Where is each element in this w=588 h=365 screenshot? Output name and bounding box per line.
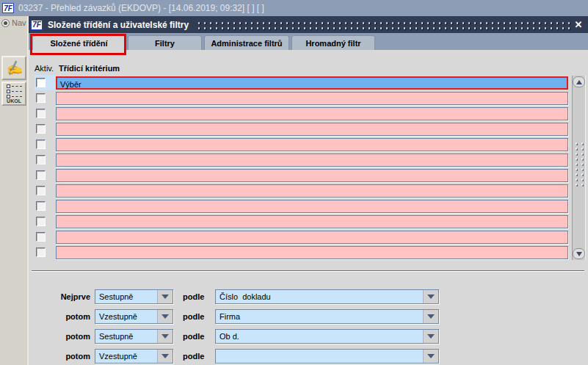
sort-order-value: Vzestupně — [95, 350, 157, 363]
sort-row-label: potom — [29, 312, 95, 321]
criteria-row — [35, 245, 568, 260]
sort-order-select[interactable]: Vzestupně — [95, 349, 173, 364]
sort-order-select[interactable]: Vzestupně — [95, 309, 173, 324]
dropdown-button[interactable] — [157, 310, 173, 323]
criteria-checkbox[interactable] — [36, 124, 46, 134]
podle-label: podle — [183, 292, 212, 301]
dialog-content: Aktiv. Třídicí kritérium Výběr — [29, 50, 588, 365]
navigator-radio-row[interactable]: Nav — [0, 16, 27, 29]
sort-row-label: potom — [29, 332, 95, 341]
criteria-row — [35, 198, 568, 214]
tab-slozene-trideni[interactable]: Složené třídění — [32, 35, 126, 50]
criteria-field[interactable] — [56, 123, 568, 136]
criteria-row — [35, 183, 568, 198]
sort-field-select[interactable] — [215, 349, 439, 364]
criteria-field[interactable] — [56, 215, 568, 228]
sort-field-value: Firma — [216, 310, 423, 323]
criteria-row — [35, 214, 568, 229]
criteria-checkbox[interactable] — [36, 93, 46, 103]
tasks-button[interactable]: ÚKOL — [1, 82, 26, 106]
chevron-down-icon — [161, 354, 169, 358]
dialog-title: Složené třídění a uživatelské filtry — [48, 20, 189, 30]
tab-bar: Složené třídění Filtry Administrace filt… — [29, 33, 588, 50]
chevron-down-icon — [427, 334, 435, 339]
dialog-titlebar: 7F Složené třídění a uživatelské filtry … — [29, 16, 588, 33]
sort-field-value: Ob d. — [216, 330, 423, 343]
criteria-field[interactable] — [56, 231, 568, 244]
dropdown-button[interactable] — [423, 330, 438, 343]
criteria-field[interactable] — [56, 184, 568, 198]
sort-row-3: potom Sestupně podle Ob d. — [29, 328, 588, 344]
tab-administrace-filtru[interactable]: Administrace filtrů — [204, 35, 289, 50]
sort-row-label: Nejprve — [29, 292, 95, 301]
criteria-checkbox[interactable] — [36, 78, 46, 87]
arrow-up-icon — [576, 80, 582, 84]
criteria-checkbox[interactable] — [36, 247, 46, 257]
chevron-down-icon — [161, 314, 169, 319]
criteria-field[interactable] — [56, 200, 568, 213]
podle-label: podle — [183, 312, 212, 321]
criteria-checkbox[interactable] — [36, 155, 46, 165]
sort-order-select[interactable]: Sestupně — [95, 289, 173, 304]
criteria-field[interactable] — [56, 169, 568, 182]
criteria-field[interactable] — [56, 246, 568, 259]
write-tool-button[interactable]: ✍ — [1, 56, 26, 80]
sort-field-select[interactable]: Ob d. — [215, 329, 439, 344]
criteria-checkbox[interactable] — [36, 201, 46, 211]
criteria-row — [35, 106, 568, 121]
criteria-checkbox[interactable] — [36, 140, 46, 149]
aktiv-column-header: Aktiv. — [35, 64, 59, 73]
criteria-checkbox[interactable] — [36, 186, 46, 195]
sort-field-select[interactable]: Firma — [215, 309, 439, 324]
sort-row-1: Nejprve Sestupně podle Číslo dokladu — [29, 289, 588, 304]
criteria-field[interactable] — [56, 92, 568, 105]
sort-order-section: Nejprve Sestupně podle Číslo dokladu pot… — [29, 289, 588, 365]
dropdown-button[interactable] — [157, 350, 173, 363]
sort-row-2: potom Vzestupně podle Firma — [29, 308, 588, 324]
dropdown-button[interactable] — [157, 290, 173, 303]
criteria-row — [35, 152, 568, 167]
navigator-radio[interactable] — [1, 19, 10, 27]
chevron-down-icon — [161, 334, 169, 339]
scrollbar-track[interactable] — [573, 88, 585, 247]
criteria-column-headers: Aktiv. Třídicí kritérium — [35, 64, 120, 73]
tab-hromadny-filtr[interactable]: Hromadný filtr — [291, 35, 375, 50]
criteria-row: Výběr — [35, 75, 568, 90]
tab-filtry[interactable]: Filtry — [128, 35, 202, 50]
titlebar-texture — [196, 20, 572, 31]
sort-order-value: Sestupně — [95, 330, 157, 343]
criteria-checkbox[interactable] — [36, 109, 46, 118]
criteria-checkbox[interactable] — [36, 232, 46, 242]
sort-filter-dialog: 7F Složené třídění a uživatelské filtry … — [27, 16, 588, 365]
chevron-down-icon — [427, 294, 435, 299]
scroll-up-button[interactable] — [573, 76, 585, 87]
criteria-field[interactable] — [56, 153, 568, 167]
background-sidebar: Nav ✍ ÚKOL — [0, 16, 27, 365]
sort-order-select[interactable]: Sestupně — [95, 329, 173, 344]
criteria-field[interactable] — [56, 138, 568, 151]
criteria-row — [35, 90, 568, 106]
dropdown-button[interactable] — [157, 330, 173, 343]
criterium-column-header: Třídicí kritérium — [59, 64, 120, 73]
navigator-radio-label: Nav — [12, 18, 26, 27]
sort-field-select[interactable]: Číslo dokladu — [215, 289, 439, 304]
criteria-field[interactable] — [56, 107, 568, 120]
scrollbar-thumb[interactable] — [573, 141, 584, 187]
close-icon[interactable]: ✕ — [572, 18, 585, 32]
criteria-field[interactable]: Výběr — [56, 76, 568, 90]
tasks-button-label: ÚKOL — [7, 98, 21, 104]
window-titlebar: 7F 03237 - Přehled závazků (EKDOVP) - [1… — [0, 0, 588, 16]
podle-label: podle — [183, 352, 212, 361]
criteria-checkbox[interactable] — [36, 217, 46, 226]
scroll-down-button[interactable] — [573, 248, 585, 259]
criteria-row — [35, 121, 568, 137]
criteria-checkbox[interactable] — [36, 170, 46, 180]
dropdown-button[interactable] — [423, 290, 438, 303]
chevron-down-icon — [161, 294, 169, 299]
dropdown-button[interactable] — [423, 310, 438, 323]
criteria-row — [35, 137, 568, 152]
app-logo-icon: 7F — [2, 3, 14, 13]
criteria-scrollbar[interactable] — [572, 76, 586, 260]
dropdown-button[interactable] — [423, 350, 438, 363]
writing-hand-icon: ✍ — [4, 59, 23, 78]
